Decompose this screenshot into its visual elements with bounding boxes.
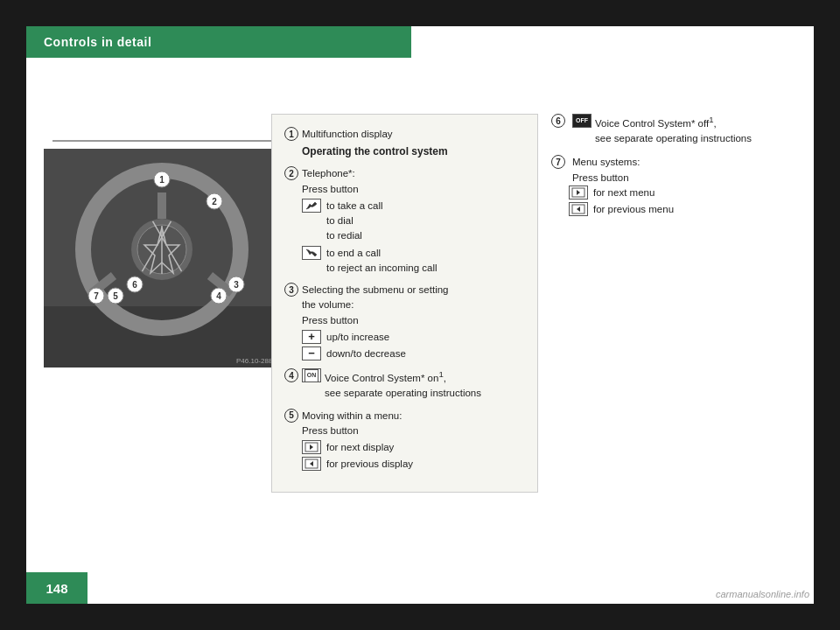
- phone-down-row: to end a call to reject an incoming call: [302, 246, 525, 276]
- svg-marker-28: [310, 444, 313, 450]
- num-3: 3: [284, 283, 298, 297]
- next-menu-icon: [569, 186, 588, 200]
- watermark: carmanualsonline.info: [716, 589, 809, 599]
- next-menu-row: for next menu: [569, 186, 805, 200]
- voice-on-icon: ON: [302, 368, 321, 382]
- prev-display-row: for previous display: [302, 457, 525, 472]
- svg-text:7: 7: [94, 291, 99, 301]
- svg-marker-34: [577, 206, 580, 212]
- minus-action: down/to decrease: [326, 346, 406, 361]
- item1-subheader: Operating the control system: [302, 144, 525, 159]
- svg-text:3: 3: [234, 280, 239, 290]
- page-number: 148: [46, 581, 67, 596]
- right-item-6: 6 OFF Voice Control System* off1,see sep…: [551, 114, 805, 146]
- phone-up-actions: to take a call to dial to redial: [326, 199, 383, 244]
- voice-off-icon: OFF: [572, 114, 592, 128]
- item6-content: OFF Voice Control System* off1,see separ…: [572, 114, 752, 146]
- item7-label: Menu systems:Press button: [572, 155, 640, 186]
- prev-menu-row: for previous menu: [569, 202, 805, 217]
- item6-header: 6 OFF Voice Control System* off1,see sep…: [551, 114, 805, 146]
- next-menu-label: for next menu: [593, 186, 654, 200]
- phone-down-actions: to end a call to reject an incoming call: [326, 246, 438, 276]
- prev-display-icon: [302, 457, 321, 471]
- header-title: Controls in detail: [44, 35, 151, 49]
- plus-action: up/to increase: [326, 330, 389, 345]
- prev-menu-label: for previous menu: [593, 202, 674, 217]
- num-6: 6: [551, 114, 565, 128]
- svg-marker-30: [310, 461, 313, 466]
- num-5: 5: [284, 409, 298, 423]
- next-display-label: for next display: [326, 440, 394, 455]
- steering-wheel-svg: 7 5 6 4 3 2 1 P46.10-2882-31: [44, 149, 280, 368]
- plus-row: + up/to increase: [302, 330, 525, 345]
- steering-wheel-image: 7 5 6 4 3 2 1 P46.10-2882-31: [44, 149, 280, 368]
- phone-down-icon: [302, 246, 321, 260]
- item3-label: Selecting the submenu or settingthe volu…: [302, 283, 449, 328]
- item4-text: Voice Control System* on1,see separate o…: [325, 368, 481, 401]
- right-item-7: 7 Menu systems:Press button for next men…: [551, 155, 805, 217]
- prev-display-label: for previous display: [326, 457, 413, 472]
- item7-header: 7 Menu systems:Press button: [551, 155, 805, 186]
- num-1: 1: [284, 127, 298, 141]
- instruction-item-5: 5 Moving within a menu:Press button for …: [284, 409, 525, 472]
- page-number-box: 148: [26, 572, 88, 604]
- next-display-row: for next display: [302, 440, 525, 455]
- instructions-box: 1 Multifunction display Operating the co…: [271, 114, 538, 493]
- svg-text:2: 2: [212, 197, 217, 206]
- item4-content: ON Voice Control System* on1,see separat…: [302, 368, 481, 401]
- item5-label: Moving within a menu:Press button: [302, 409, 402, 439]
- phone-up-icon: [302, 199, 321, 213]
- next-display-icon: [302, 440, 321, 454]
- item6-text: Voice Control System* off1,see separate …: [595, 114, 752, 146]
- item1-label: Multifunction display: [302, 127, 393, 142]
- instruction-item-1: 1 Multifunction display Operating the co…: [284, 127, 525, 159]
- svg-text:5: 5: [113, 291, 118, 301]
- svg-text:6: 6: [132, 280, 137, 290]
- instruction-item-4: 4 ON Voice Control System* on1,see separ…: [284, 368, 525, 401]
- minus-row: − down/to decrease: [302, 346, 525, 361]
- instruction-item-2: 2 Telephone*:Press button to take a call…: [284, 166, 525, 276]
- right-panel: 6 OFF Voice Control System* off1,see sep…: [551, 114, 805, 226]
- item2-label: Telephone*:Press button: [302, 166, 359, 197]
- svg-text:1: 1: [159, 175, 164, 185]
- plus-icon: +: [302, 330, 321, 344]
- prev-menu-icon: [569, 202, 588, 216]
- num-7: 7: [551, 155, 565, 169]
- minus-icon: −: [302, 346, 321, 360]
- num-2: 2: [284, 166, 298, 180]
- header-bar: Controls in detail: [26, 26, 411, 58]
- svg-marker-32: [577, 190, 580, 195]
- num-4: 4: [284, 368, 298, 382]
- phone-up-row: to take a call to dial to redial: [302, 199, 525, 244]
- svg-text:4: 4: [216, 291, 221, 301]
- instruction-item-3: 3 Selecting the submenu or settingthe vo…: [284, 283, 525, 361]
- divider-line: [52, 140, 280, 142]
